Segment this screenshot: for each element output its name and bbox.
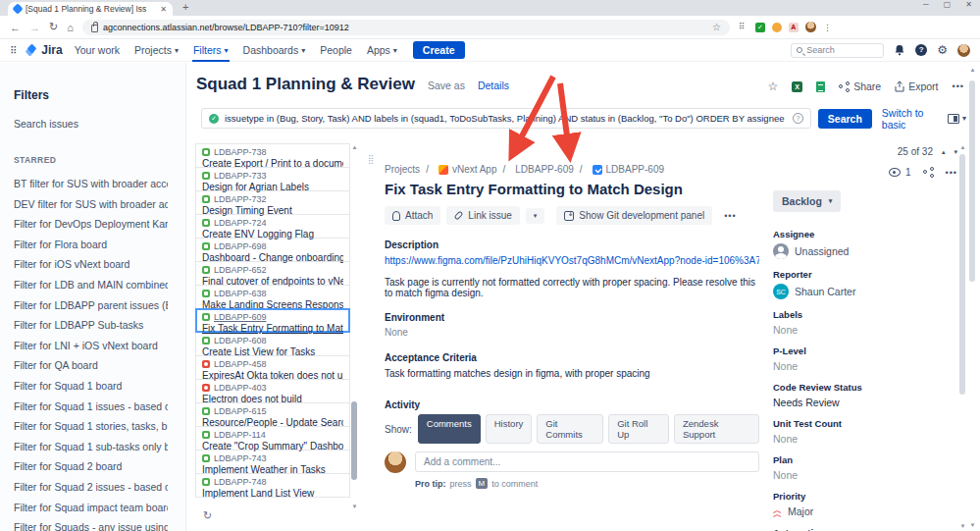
notifications-bell-icon[interactable]: [894, 44, 905, 56]
sidebar-filter-item[interactable]: Filter for Squad 2 issues - based on sta…: [14, 477, 168, 498]
issue-list-item[interactable]: LDBAPP-609 Fix Task Entry Formatting to …: [195, 308, 350, 333]
issue-list-scrollbar[interactable]: ▲ ▼: [350, 144, 359, 509]
scroll-up-icon[interactable]: ▲: [350, 144, 359, 150]
issue-list-item[interactable]: LDBAPP-615 Resource/People - Update Sear…: [195, 402, 350, 427]
scrollbar-thumb[interactable]: [969, 80, 975, 282]
scroll-up-icon[interactable]: ▲: [968, 67, 977, 73]
field-value[interactable]: None: [773, 324, 798, 336]
favorite-star-icon[interactable]: ☆: [767, 80, 778, 93]
topnav-item[interactable]: Filters: [192, 39, 230, 62]
detail-scrollbar[interactable]: ▲ ▼: [958, 144, 967, 529]
issue-list-item[interactable]: LDBAPP-403 Electron does not build: [195, 379, 350, 403]
issue-list-item[interactable]: LDBAPP-738 Create Export / Print to a do…: [195, 143, 350, 168]
bookmark-star-icon[interactable]: ☆: [712, 22, 721, 32]
global-search-input[interactable]: Search: [791, 43, 884, 58]
activity-tab[interactable]: Comments: [418, 414, 481, 444]
sidebar-filter-item[interactable]: Filter for LNI + iOS vNext board: [14, 336, 168, 356]
previous-issue-icon[interactable]: ▴: [942, 148, 946, 156]
field-value[interactable]: None: [773, 433, 798, 445]
issue-list-item[interactable]: LDBAPP-743 Implement Weather in Tasks: [195, 450, 350, 474]
header-more-icon[interactable]: •••: [953, 81, 964, 91]
extensions-grid-icon[interactable]: [739, 23, 748, 32]
activity-tab[interactable]: Git Roll Up: [608, 414, 669, 444]
issue-list-item[interactable]: LDBAPP-608 Create List View for Tasks: [195, 332, 350, 356]
sidebar-filter-item[interactable]: Filter for LDB and MAIN combined board: [14, 275, 168, 295]
watchers-eye-icon[interactable]: [889, 168, 901, 177]
sidebar-filter-item[interactable]: Filter for DevOps Deployment Kanban boar…: [14, 214, 168, 235]
topnav-item[interactable]: Dashboards: [242, 39, 307, 62]
switch-to-basic-link[interactable]: Switch to basic: [882, 107, 948, 131]
sidebar-filter-item[interactable]: Filter for iOS vNext board: [14, 254, 168, 275]
browser-tab[interactable]: [Squad 1 Planning & Review] Iss ✕: [8, 2, 173, 16]
sidebar-filter-item[interactable]: Filter for Squad 1 sub-tasks only board: [14, 437, 168, 457]
link-issue-dropdown[interactable]: ▾: [526, 208, 545, 224]
activity-tab[interactable]: Git Commits: [537, 414, 603, 444]
forward-icon[interactable]: →: [29, 22, 40, 33]
pane-resize-handle[interactable]: ⣿: [368, 154, 373, 164]
sidebar-filter-item[interactable]: Filter for LDBAPP parent issues (Bug, St…: [14, 295, 168, 316]
attach-button[interactable]: Attach: [385, 206, 440, 225]
export-button[interactable]: Export: [895, 80, 938, 92]
sidebar-filter-item[interactable]: Filter for QA board: [14, 355, 168, 376]
settings-gear-icon[interactable]: ⚙: [937, 44, 948, 56]
share-button[interactable]: Share: [839, 80, 881, 92]
status-dropdown[interactable]: Backlog ▾: [773, 190, 841, 212]
field-value[interactable]: None: [773, 360, 798, 372]
scroll-down-icon[interactable]: ▼: [350, 504, 359, 509]
field-value[interactable]: Shaun Carter: [795, 286, 855, 297]
field-value[interactable]: Major: [788, 505, 813, 517]
sidebar-filter-item[interactable]: Filter for Flora board: [14, 235, 168, 255]
topnav-item[interactable]: People: [319, 39, 353, 62]
sidebar-filter-item[interactable]: BT filter for SUS with broader access: [14, 174, 168, 194]
sidebar-filter-item[interactable]: DEV filter for SUS with broader access: [14, 194, 168, 215]
activity-tab[interactable]: Zendesk Support: [674, 414, 759, 444]
sidebar-filter-item[interactable]: Filter for Squad impact team board: [14, 498, 168, 518]
topnav-item[interactable]: Your work: [74, 39, 121, 62]
layout-toggle-button[interactable]: ▾: [948, 114, 966, 124]
activity-tab[interactable]: History: [486, 414, 533, 444]
issue-list-item[interactable]: LDBAPP-652 Final cutover of endpoints to…: [195, 261, 350, 286]
sidebar-filter-item[interactable]: Filter for Squad 1 board: [14, 376, 168, 397]
sidebar-item-search-issues[interactable]: Search issues: [14, 118, 168, 130]
field-value[interactable]: Needs Review: [773, 397, 840, 408]
sheets-addon-icon[interactable]: [816, 81, 825, 92]
breadcrumb-item[interactable]: LDBAPP-609: [574, 164, 664, 175]
search-button[interactable]: Search: [818, 109, 872, 129]
scroll-up-icon[interactable]: ▲: [958, 144, 967, 150]
issue-list-item[interactable]: LDBAPP-458 ExpiresAt Okta token does not…: [195, 355, 350, 380]
browser-menu-icon[interactable]: ⋮: [823, 23, 833, 32]
scrollbar-thumb[interactable]: [351, 401, 357, 480]
breadcrumb-item[interactable]: Projects: [385, 164, 420, 175]
issue-list-item[interactable]: LDBAPP-733 Design for Agrian Labels: [195, 167, 350, 191]
extension-check-icon[interactable]: ✓: [755, 23, 765, 32]
issue-list-item[interactable]: LDBAPP-748 Implement Land List View: [195, 473, 350, 498]
window-close-icon[interactable]: ✕: [965, 0, 972, 9]
field-value[interactable]: None: [773, 469, 798, 481]
back-icon[interactable]: ←: [10, 22, 21, 33]
excel-addon-icon[interactable]: X: [792, 81, 802, 92]
sidebar-filter-item[interactable]: Filter for Squad 1 issues - based on sta…: [14, 397, 168, 417]
save-as-link[interactable]: Save as: [428, 80, 465, 91]
sidebar-filter-item[interactable]: Filter for Squad 2 board: [14, 456, 168, 477]
query-help-icon[interactable]: ?: [793, 113, 803, 124]
next-issue-icon[interactable]: ▾: [954, 148, 957, 156]
sidebar-filter-item[interactable]: Filter for Squad 1 stories, tasks, bugs …: [14, 416, 168, 437]
issue-list-item[interactable]: LDBAPP-732 Design Timing Event: [195, 190, 350, 215]
issue-more-icon[interactable]: •••: [724, 211, 736, 221]
tab-close-icon[interactable]: ✕: [160, 5, 167, 14]
app-switcher-icon[interactable]: ⠿: [10, 45, 16, 56]
share-issue-icon[interactable]: [923, 167, 934, 178]
home-icon[interactable]: ⌂: [67, 22, 74, 33]
link-issue-button[interactable]: Link issue: [446, 206, 519, 225]
window-minimize-icon[interactable]: ─: [923, 0, 929, 9]
add-comment-input[interactable]: Add a comment...: [415, 451, 759, 472]
field-value[interactable]: Unassigned: [795, 245, 849, 257]
issue-list-item[interactable]: LDBAPP-114 Create "Crop Summary" Dashboa…: [195, 426, 350, 451]
breadcrumb-item[interactable]: LDBAPP-609: [497, 164, 574, 175]
scroll-down-icon[interactable]: ▼: [958, 523, 967, 529]
git-panel-button[interactable]: Show Git development panel: [556, 206, 712, 225]
details-link[interactable]: Details: [478, 80, 509, 91]
breadcrumb-item[interactable]: vNext App: [420, 164, 496, 175]
topnav-item[interactable]: Apps: [366, 39, 398, 62]
sidebar-filter-item[interactable]: Filter for Squads - any issue using a sq…: [14, 517, 168, 531]
